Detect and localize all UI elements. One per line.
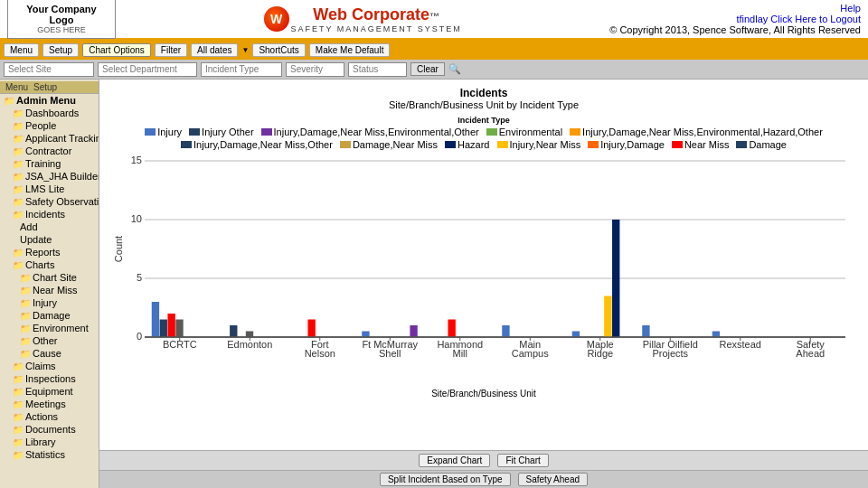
- brand-name: Web Corporate™: [291, 5, 462, 24]
- sidebar-item-environment[interactable]: 📁Environment: [0, 322, 99, 334]
- header: Your Company Logo GOES HERE W Web Corpor…: [0, 0, 868, 40]
- sidebar-item-dashboards[interactable]: 📁Dashboards: [0, 107, 99, 119]
- sidebar-item-injury[interactable]: 📁Injury: [0, 296, 99, 309]
- sidebar-item-chart-site[interactable]: 📁Chart Site: [0, 271, 99, 284]
- sidebar-item-statistics[interactable]: 📁Statistics: [0, 448, 99, 461]
- legend-item: Hazard: [445, 139, 489, 150]
- select-dept-input[interactable]: [98, 62, 197, 77]
- sidebar-item-label: Library: [25, 436, 56, 447]
- sidebar-items: 📁Admin Menu📁Dashboards📁People📁Applicant …: [0, 94, 99, 461]
- sidebar-item-applicant-tracking[interactable]: 📁Applicant Tracking: [0, 132, 99, 145]
- folder-icon: 📁: [13, 197, 24, 207]
- menu-button[interactable]: Menu: [4, 43, 39, 57]
- sidebar-setup-btn[interactable]: Setup: [32, 82, 59, 92]
- folder-icon: 📁: [4, 96, 14, 106]
- user-link[interactable]: tfindlay Click Here to Logout: [609, 14, 861, 24]
- clear-button[interactable]: Clear: [410, 62, 445, 76]
- sidebar-item-label: Statistics: [25, 449, 65, 460]
- sidebar-item-add[interactable]: Add: [0, 221, 99, 233]
- sidebar-item-charts[interactable]: 📁Charts: [0, 258, 99, 271]
- folder-icon: 📁: [13, 425, 24, 435]
- bottom-bar: Expand Chart Fit Chart: [99, 450, 868, 470]
- legend-color-swatch: [181, 141, 192, 148]
- sidebar-item-lms-lite[interactable]: 📁LMS Lite: [0, 183, 99, 195]
- search-icon[interactable]: 🔍: [448, 63, 461, 75]
- filter-button[interactable]: Filter: [155, 43, 187, 57]
- legend-item: Injury,Damage,Near Miss,Other: [181, 139, 333, 150]
- shortcuts-button[interactable]: ShortCuts: [252, 43, 305, 57]
- bar: [160, 320, 167, 338]
- sidebar-item-people[interactable]: 📁People: [0, 119, 99, 132]
- chart-title: Incidents: [103, 83, 864, 99]
- sidebar-item-jsa-jha-builder[interactable]: 📁JSA_JHA Builder: [0, 170, 99, 183]
- chart-area: Incidents Site/Branch/Business Unit by I…: [99, 80, 868, 450]
- fit-chart-button[interactable]: Fit Chart: [497, 454, 548, 467]
- help-link[interactable]: Help: [609, 3, 861, 14]
- sidebar-item-contractor[interactable]: 📁Contractor: [0, 145, 99, 157]
- expand-chart-button[interactable]: Expand Chart: [419, 454, 490, 467]
- legend-item: Near Miss: [672, 139, 730, 150]
- status-input[interactable]: [348, 62, 407, 77]
- bar: [642, 325, 649, 337]
- sidebar-item-label: LMS Lite: [25, 183, 64, 194]
- safety-ahead-button[interactable]: Safety Ahead: [518, 473, 589, 486]
- folder-icon: 📁: [20, 311, 31, 321]
- folder-icon: 📁: [20, 286, 31, 296]
- sidebar-item-incidents[interactable]: 📁Incidents: [0, 208, 99, 221]
- sidebar-item-training[interactable]: 📁Training: [0, 157, 99, 170]
- sidebar-item-damage[interactable]: 📁Damage: [0, 309, 99, 322]
- sidebar-item-safety-observation[interactable]: 📁Safety Observation: [0, 195, 99, 208]
- company-logo: Your Company Logo GOES HERE: [7, 0, 116, 39]
- bar: [612, 220, 619, 337]
- sidebar-item-label: Contractor: [25, 145, 71, 156]
- incident-type-input[interactable]: [201, 62, 282, 77]
- brand-area: W Web Corporate™ SAFETY MANAGEMENT SYSTE…: [264, 5, 462, 33]
- legend-item: Damage: [736, 139, 787, 150]
- folder-icon: 📁: [20, 324, 31, 333]
- sidebar-item-meetings[interactable]: 📁Meetings: [0, 398, 99, 410]
- folder-icon: 📁: [13, 412, 24, 422]
- folder-icon: 📁: [13, 172, 24, 182]
- legend-color-swatch: [486, 128, 497, 136]
- sidebar-item-label: Cause: [33, 348, 61, 359]
- svg-text:Ahead: Ahead: [796, 348, 825, 359]
- sidebar-item-inspections[interactable]: 📁Inspections: [0, 372, 99, 385]
- severity-input[interactable]: [286, 62, 344, 77]
- sidebar-item-label: Reports: [25, 247, 61, 258]
- split-incident-button[interactable]: Split Incident Based on Type: [380, 473, 511, 486]
- sidebar-item-library[interactable]: 📁Library: [0, 436, 99, 448]
- logo-title: Your Company Logo: [15, 4, 108, 25]
- sidebar-item-claims[interactable]: 📁Claims: [0, 360, 99, 372]
- sidebar-item-label: Chart Site: [33, 272, 77, 283]
- sidebar-item-admin-menu[interactable]: 📁Admin Menu: [0, 94, 99, 107]
- all-dates-button[interactable]: All dates: [191, 43, 238, 57]
- sidebar-item-label: Add: [20, 221, 38, 232]
- chart-legend: Incident Type InjuryInjury OtherInjury,D…: [103, 114, 864, 152]
- svg-text:Count: Count: [113, 236, 124, 262]
- sidebar-item-update[interactable]: Update: [0, 233, 99, 246]
- sidebar-item-reports[interactable]: 📁Reports: [0, 246, 99, 258]
- folder-icon: 📁: [20, 273, 31, 283]
- sidebar-item-label: Environment: [33, 323, 89, 333]
- sidebar-item-equipment[interactable]: 📁Equipment: [0, 385, 99, 398]
- legend-item: Injury,Damage,Near Miss,Environmental,Ha…: [570, 127, 823, 137]
- sidebar-item-other[interactable]: 📁Other: [0, 334, 99, 347]
- sidebar-menu-btn[interactable]: Menu: [4, 82, 30, 92]
- sidebar-item-label: Injury: [33, 297, 57, 308]
- sidebar-item-cause[interactable]: 📁Cause: [0, 347, 99, 360]
- setup-button[interactable]: Setup: [42, 43, 79, 57]
- chart-svg-container: 051015CountBCRTCEdmontonFortNelsonFt McM…: [103, 152, 864, 387]
- make-default-button[interactable]: Make Me Default: [309, 43, 391, 57]
- sidebar-item-near-miss[interactable]: 📁Near Miss: [0, 284, 99, 296]
- bar: [362, 332, 369, 338]
- svg-text:15: 15: [131, 155, 142, 165]
- sidebar-item-documents[interactable]: 📁Documents: [0, 423, 99, 436]
- bar: [307, 320, 315, 338]
- legend-item-label: Injury Other: [202, 127, 253, 137]
- select-site-input[interactable]: [4, 62, 94, 77]
- folder-icon: 📁: [13, 134, 24, 144]
- legend-color-swatch: [736, 141, 747, 148]
- bar: [502, 325, 509, 337]
- chart-options-button[interactable]: Chart Options: [82, 43, 151, 57]
- sidebar-item-actions[interactable]: 📁Actions: [0, 410, 99, 423]
